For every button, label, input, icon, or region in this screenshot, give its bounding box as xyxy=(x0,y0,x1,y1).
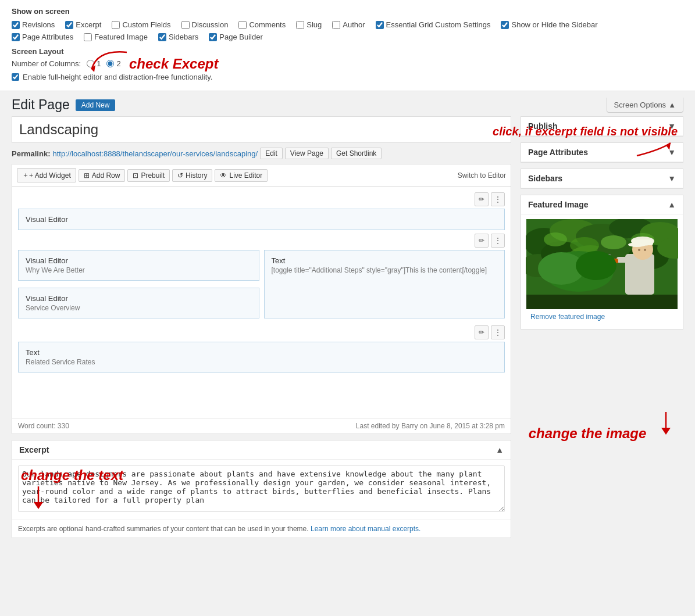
ve-block-text-title: Text xyxy=(272,256,498,265)
screen-layout-section: Screen Layout Number of Columns: 1 2 Ena… xyxy=(12,47,683,81)
checkbox-excerpt[interactable]: Excerpt xyxy=(65,20,101,29)
publish-title: Publish xyxy=(528,121,558,131)
switch-to-editor-button[interactable]: Switch to Editor xyxy=(458,171,506,180)
ve-block-text-subtitle: [toggle title="Additional Steps" style="… xyxy=(272,266,498,274)
columns-label: Number of Columns: xyxy=(12,59,81,68)
checkbox-sidebars[interactable]: Sidebars xyxy=(158,33,198,41)
history-button[interactable]: ↺ History xyxy=(172,169,212,182)
word-count: Word count: 330 xyxy=(18,422,69,430)
row1-more-icon[interactable]: ⋮ xyxy=(491,192,505,206)
add-widget-button[interactable]: ＋ + Add Widget xyxy=(17,168,76,182)
add-row-button[interactable]: ⊞ Add Row xyxy=(79,169,126,182)
checkbox-author[interactable]: Author xyxy=(332,20,365,29)
fullheight-checkbox[interactable] xyxy=(12,73,19,81)
featured-image-toggle-icon[interactable]: ▲ xyxy=(668,200,676,209)
screen-options-toggle-button[interactable]: Screen Options ▲ xyxy=(607,98,683,113)
checkbox-essential-grid[interactable]: Essential Grid Custom Settings xyxy=(376,20,491,29)
column-2-option[interactable]: 2 xyxy=(106,59,120,68)
checkbox-custom-fields[interactable]: Custom Fields xyxy=(112,20,170,29)
checkboxes-row2: Page Attributes Featured Image Sidebars … xyxy=(12,33,683,41)
editor-section-2: ✏ ⋮ Visual Editor Why We Are Better Visu… xyxy=(18,234,505,322)
featured-image-container: Remove featured image xyxy=(521,214,683,329)
row3-more-icon[interactable]: ⋮ xyxy=(491,325,505,339)
column-1-option[interactable]: 1 xyxy=(87,59,101,68)
svg-point-12 xyxy=(544,232,567,246)
chevron-up-icon: ▲ xyxy=(668,101,676,109)
publish-box-header[interactable]: Publish ▼ xyxy=(521,117,683,136)
editor-section-1: ✏ ⋮ Visual Editor xyxy=(18,192,505,230)
prebuilt-button[interactable]: ⊡ Prebuilt xyxy=(127,169,170,182)
svg-point-14 xyxy=(601,235,626,249)
page-attributes-toggle-icon[interactable]: ▼ xyxy=(668,148,676,157)
checkbox-slug[interactable]: Slug xyxy=(296,20,322,29)
featured-image-box: Featured Image ▲ xyxy=(521,195,683,330)
word-count-bar: Word count: 330 Last edited by Barry on … xyxy=(12,418,511,434)
excerpt-footer: Excerpts are optional hand-crafted summa… xyxy=(12,520,511,538)
checkbox-revisions[interactable]: Revisions xyxy=(12,20,55,29)
row1-edit-icon[interactable]: ✏ xyxy=(475,192,489,206)
page-attributes-title: Page Attributes xyxy=(528,148,588,157)
last-edited: Last edited by Barry on June 8, 2015 at … xyxy=(356,422,505,430)
svg-point-13 xyxy=(570,237,599,253)
excerpt-collapse-icon[interactable]: ▲ xyxy=(496,445,504,454)
screen-layout-title: Screen Layout xyxy=(12,47,683,56)
excerpt-footer-text: Excerpts are optional hand-crafted summa… xyxy=(18,525,309,533)
right-sidebar: Publish ▼ Page Attributes ▼ Sidebars ▼ xyxy=(521,116,683,335)
screen-options-title: Show on screen xyxy=(12,7,683,16)
edit-page-header: Edit Page Add New Screen Options ▲ xyxy=(0,91,695,116)
publish-box: Publish ▼ xyxy=(521,116,683,137)
svg-rect-23 xyxy=(616,257,628,263)
add-new-button[interactable]: Add New xyxy=(76,99,116,111)
page-attributes-header[interactable]: Page Attributes ▼ xyxy=(521,143,683,162)
permalink-bar: Permalink: http://localhost:8888/theland… xyxy=(12,148,511,159)
excerpt-learn-more-link[interactable]: Learn more about manual excerpts. xyxy=(311,525,420,533)
checkbox-page-attributes[interactable]: Page Attributes xyxy=(12,33,73,41)
publish-toggle-icon[interactable]: ▼ xyxy=(668,121,676,131)
checkbox-comments[interactable]: Comments xyxy=(238,20,286,29)
live-editor-button[interactable]: 👁 Live Editor xyxy=(215,169,268,182)
svg-rect-16 xyxy=(625,254,654,295)
ve-block-service-overview-title: Visual Editor xyxy=(26,294,252,303)
checkbox-page-builder[interactable]: Page Builder xyxy=(209,33,262,41)
featured-image-header[interactable]: Featured Image ▲ xyxy=(521,195,683,214)
checkboxes-row1: Revisions Excerpt Custom Fields Discussi… xyxy=(12,20,683,29)
row2-more-icon[interactable]: ⋮ xyxy=(491,234,505,248)
editor-section-3: ✏ ⋮ Text Related Service Rates xyxy=(18,325,505,373)
row2-edit-icon[interactable]: ✏ xyxy=(475,234,489,248)
ve-block-service-rates: Text Related Service Rates xyxy=(18,342,505,373)
col-left: Visual Editor Why We Are Better Visual E… xyxy=(18,250,259,322)
row3-edit-icon[interactable]: ✏ xyxy=(475,325,489,339)
page-title-input[interactable] xyxy=(19,121,504,138)
excerpt-header[interactable]: Excerpt ▲ xyxy=(12,440,511,460)
permalink-url[interactable]: http://localhost:8888/thelandscaper/our-… xyxy=(52,149,258,158)
ve-block-service-overview-subtitle: Service Overview xyxy=(26,304,252,312)
content-area: Permalink: http://localhost:8888/theland… xyxy=(12,116,511,538)
row2-icons: ✏ ⋮ xyxy=(18,234,505,248)
fullheight-row: Enable full-height editor and distractio… xyxy=(12,73,683,81)
excerpt-textarea[interactable]: Our landscape designers are passionate a… xyxy=(18,465,505,512)
featured-image-svg xyxy=(526,219,678,309)
svg-point-22 xyxy=(644,249,646,251)
get-shortlink-button[interactable]: Get Shortlink xyxy=(331,148,382,159)
checkbox-discussion[interactable]: Discussion xyxy=(181,20,229,29)
page-title-box xyxy=(12,116,511,143)
permalink-edit-button[interactable]: Edit xyxy=(260,148,283,159)
ve-block-text-toggle: Text [toggle title="Additional Steps" st… xyxy=(264,250,505,318)
main-layout: Permalink: http://localhost:8888/theland… xyxy=(0,116,695,550)
view-page-button[interactable]: View Page xyxy=(285,148,329,159)
sidebars-toggle-icon[interactable]: ▼ xyxy=(668,174,676,183)
svg-point-29 xyxy=(576,251,616,280)
ve-block-why-better: Visual Editor Why We Are Better xyxy=(18,250,259,281)
sidebars-box: Sidebars ▼ xyxy=(521,169,683,189)
sidebars-header[interactable]: Sidebars ▼ xyxy=(521,169,683,188)
excerpt-body: Our landscape designers are passionate a… xyxy=(12,460,511,520)
checkbox-featured-image[interactable]: Featured Image xyxy=(84,33,148,41)
checkbox-show-hide-sidebar[interactable]: Show or Hide the Sidebar xyxy=(501,20,597,29)
remove-featured-image-link[interactable]: Remove featured image xyxy=(526,309,678,324)
edit-page-title-area: Edit Page Add New xyxy=(12,97,115,113)
two-col-row: Visual Editor Why We Are Better Visual E… xyxy=(18,250,505,322)
history-icon: ↺ xyxy=(177,171,183,180)
ve-block-why-better-subtitle: Why We Are Better xyxy=(26,266,252,274)
svg-point-21 xyxy=(638,249,640,251)
grid-icon: ⊡ xyxy=(133,171,138,180)
